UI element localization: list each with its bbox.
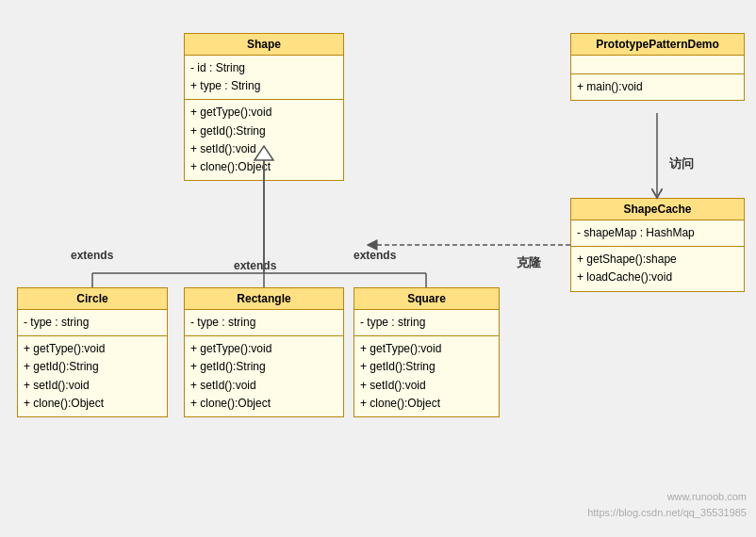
visit-label: 访问	[669, 155, 694, 172]
shape-attributes: - id : String + type : String	[185, 56, 343, 100]
square-title: Square	[354, 288, 499, 310]
clone-label: 克隆	[517, 254, 541, 271]
shape-cache-title: ShapeCache	[571, 199, 744, 220]
watermark-line1: www.runoob.com	[587, 489, 747, 506]
extends-right-label: extends	[353, 249, 396, 262]
rectangle-class: Rectangle - type : string + getType():vo…	[184, 287, 344, 417]
prototype-demo-attributes	[571, 56, 744, 74]
shape-cache-attributes: - shapeMap : HashMap	[571, 220, 744, 247]
rectangle-methods: + getType():void + getId():String + setI…	[185, 336, 343, 416]
prototype-demo-title: PrototypePatternDemo	[571, 34, 744, 56]
shape-class: Shape - id : String + type : String + ge…	[184, 33, 344, 181]
shape-methods: + getType():void + getId():String + setI…	[185, 100, 343, 180]
circle-class: Circle - type : string + getType():void …	[17, 287, 168, 417]
shape-cache-methods: + getShape():shape + loadCache():void	[571, 247, 744, 290]
extends-left-label: extends	[71, 249, 113, 262]
rectangle-title: Rectangle	[185, 288, 343, 310]
prototype-demo-class: PrototypePatternDemo + main():void	[570, 33, 745, 101]
extends-center-label: extends	[234, 259, 276, 272]
square-class: Square - type : string + getType():void …	[353, 287, 500, 417]
circle-methods: + getType():void + getId():String + setI…	[18, 336, 167, 416]
watermark: www.runoob.com https://blog.csdn.net/qq_…	[587, 489, 747, 522]
rectangle-attributes: - type : string	[185, 310, 343, 336]
prototype-demo-methods: + main():void	[571, 74, 744, 100]
watermark-line2: https://blog.csdn.net/qq_35531985	[587, 505, 747, 522]
square-attributes: - type : string	[354, 310, 499, 336]
shape-title: Shape	[185, 34, 343, 56]
shape-cache-class: ShapeCache - shapeMap : HashMap + getSha…	[570, 198, 745, 292]
circle-attributes: - type : string	[18, 310, 167, 336]
circle-title: Circle	[18, 288, 167, 310]
diagram-area: Shape - id : String + type : String + ge…	[0, 0, 756, 537]
square-methods: + getType():void + getId():String + setI…	[354, 336, 499, 416]
